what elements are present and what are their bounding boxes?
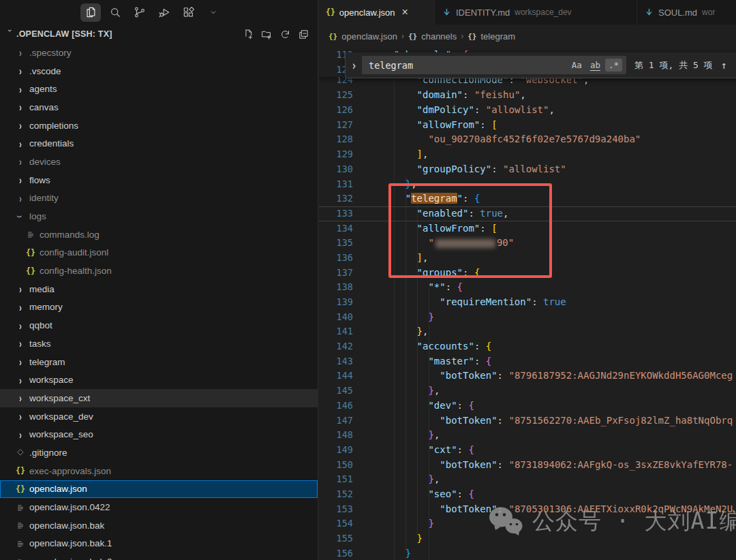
line-content: },: [382, 472, 440, 487]
code-line-156[interactable]: 156 }: [319, 546, 736, 560]
line-number: 137: [319, 266, 353, 281]
explorer-icon[interactable]: [80, 3, 101, 22]
code-line-129[interactable]: 129 ],: [319, 147, 736, 162]
json-file-icon: {}: [326, 7, 335, 17]
search-icon[interactable]: [105, 3, 125, 22]
chevron-right-icon: ›: [15, 82, 26, 96]
sidebar-item-qqbot[interactable]: ›qqbot: [0, 316, 318, 335]
tab-openclaw.json[interactable]: {}openclaw.json×: [319, 0, 435, 25]
code-line-145[interactable]: 145 },: [319, 384, 736, 399]
sidebar-item-flows[interactable]: ›flows: [0, 171, 318, 189]
line-content: }: [382, 516, 434, 531]
run-debug-icon[interactable]: [154, 3, 174, 22]
sidebar-item-tasks[interactable]: ›tasks: [0, 335, 318, 353]
sidebar-item-openclaw-json[interactable]: {}openclaw.json: [0, 480, 318, 499]
regex-toggle[interactable]: .*: [605, 59, 622, 72]
sidebar-item-openclaw-json-0422[interactable]: openclaw.json.0422: [0, 498, 318, 516]
json-file-icon: {}: [15, 484, 26, 494]
sidebar-item-agents[interactable]: ›agents: [0, 80, 318, 98]
sidebar-item-config-audit-jsonl[interactable]: {}config-audit.jsonl: [0, 244, 318, 262]
sidebar-item-completions[interactable]: ›completions: [0, 116, 318, 135]
chevron-down-icon[interactable]: ›: [6, 29, 14, 39]
code-line-143[interactable]: 143 "master": {: [319, 354, 736, 369]
refresh-icon[interactable]: [279, 28, 291, 40]
code-line-148[interactable]: 148 },: [319, 428, 736, 443]
find-results-count: 第 1 项, 共 5 项: [634, 59, 713, 72]
chevron-right-icon: ›: [15, 300, 26, 314]
breadcrumb-item-openclaw.json[interactable]: openclaw.json: [341, 31, 397, 42]
sidebar-item-workspace-seo[interactable]: ›workspace_seo: [0, 425, 318, 444]
sidebar-item-label: openclaw.json: [29, 484, 87, 494]
match-case-toggle[interactable]: Aa: [568, 59, 585, 72]
sidebar-item-logs[interactable]: ›logs: [0, 207, 318, 225]
sidebar-item-label: config-health.json: [40, 266, 112, 276]
sidebar-item--gitignore[interactable]: .gitignore: [0, 444, 318, 462]
source-control-icon[interactable]: [129, 3, 150, 22]
code-line-124[interactable]: 124 "connectionMode": "websocket",: [319, 77, 736, 88]
find-collapse-chevron-icon[interactable]: ›: [351, 57, 362, 73]
markdown-file-icon: [442, 7, 452, 18]
log-file-icon: [15, 503, 26, 512]
partial-line: 124 "connectionMode": "websocket",: [319, 77, 736, 88]
breadcrumb-item-channels[interactable]: channels: [421, 31, 457, 42]
tab-soul.md[interactable]: SOUL.mdwor: [637, 0, 736, 25]
whole-word-toggle[interactable]: ab: [587, 59, 604, 72]
sidebar-item-devices[interactable]: ›devices: [0, 153, 318, 171]
tab-identity.md[interactable]: IDENTITY.mdworkspace_dev: [435, 0, 637, 25]
line-content: "seo": {: [382, 487, 474, 502]
code-line-151[interactable]: 151 },: [319, 472, 736, 487]
sidebar-item-credentials[interactable]: ›credentials: [0, 134, 318, 153]
tab-label: SOUL.md: [658, 7, 697, 18]
code-line-140[interactable]: 140 }: [319, 310, 736, 325]
log-file-icon: [15, 520, 26, 530]
sidebar-item-openclaw-json-bak[interactable]: openclaw.json.bak: [0, 516, 318, 535]
breadcrumb-item-telegram[interactable]: telegram: [480, 31, 515, 42]
sidebar-item-workspace-dev[interactable]: ›workspace_dev: [0, 407, 318, 426]
code-line-130[interactable]: 130 "groupPolicy": "allowlist": [319, 162, 736, 177]
code-line-138[interactable]: 138 "*": {: [319, 280, 736, 295]
line-number: 134: [319, 221, 353, 236]
sidebar-item-workspace-cxt[interactable]: ›workspace_cxt: [0, 389, 318, 407]
sidebar-item-config-health-json[interactable]: {}config-health.json: [0, 262, 318, 280]
code-line-146[interactable]: 146 "dev": {: [319, 399, 736, 414]
code-line-149[interactable]: 149 "cxt": {: [319, 443, 736, 458]
code-editor[interactable]: 119 "channels": {120 "feishu": { 124 "co…: [319, 48, 736, 560]
chevron-right-icon: ›: [15, 46, 26, 60]
code-line-127[interactable]: 127 "allowFrom": [: [319, 118, 736, 133]
code-line-128[interactable]: 128 "ou_90270a8fc452f6f02e7e5767d9a240ba…: [319, 132, 736, 147]
more-chevron-icon[interactable]: [203, 3, 224, 22]
code-line-125[interactable]: 125 "domain": "feishu",: [319, 88, 736, 103]
tab-description: workspace_dev: [515, 7, 571, 17]
sidebar-item-commands-log[interactable]: commands.log: [0, 225, 318, 244]
sidebar-item-openclaw-json-bak-1[interactable]: openclaw.json.bak.1: [0, 535, 318, 553]
sidebar-item--specstory[interactable]: ›.specstory: [0, 44, 318, 62]
breadcrumb[interactable]: {}openclaw.json›{}channels›{}telegram: [319, 25, 736, 48]
sidebar-item-telegram[interactable]: ›telegram: [0, 353, 318, 371]
code-line-142[interactable]: 142 "accounts": {: [319, 339, 736, 354]
new-file-icon[interactable]: [242, 28, 254, 40]
code-line-126[interactable]: 126 "dmPolicy": "allowlist",: [319, 103, 736, 118]
collapse-all-icon[interactable]: [297, 28, 309, 40]
sidebar-item-identity[interactable]: ›identity: [0, 189, 318, 208]
code-line-141[interactable]: 141 },: [319, 324, 736, 339]
new-folder-icon[interactable]: [260, 28, 273, 40]
sidebar-item-exec-approvals-json[interactable]: {}exec-approvals.json: [0, 462, 318, 480]
sidebar-item-media[interactable]: ›media: [0, 280, 318, 298]
line-content: "botToken": "8731894062:AAFgkQ-os_3sxZE8…: [382, 458, 733, 473]
previous-match-arrow-icon[interactable]: ↑: [721, 59, 727, 72]
sidebar-item--vscode[interactable]: ›.vscode: [0, 62, 318, 80]
code-line-147[interactable]: 147 "botToken": "8751562270:AAEb_PxFsoj8…: [319, 414, 736, 429]
chevron-right-icon: ›: [15, 337, 26, 351]
close-icon[interactable]: ×: [402, 7, 408, 18]
sidebar-item-openclaw-json-bak-2[interactable]: openclaw.json.bak.2: [0, 553, 318, 560]
sidebar-item-workspace[interactable]: ›workspace: [0, 371, 318, 389]
find-query[interactable]: telegram: [369, 60, 567, 71]
code-line-144[interactable]: 144 "botToken": "8796187952:AAGJNd29nEYK…: [319, 369, 736, 384]
sidebar-item-memory[interactable]: ›memory: [0, 298, 318, 317]
extensions-icon[interactable]: [179, 3, 199, 22]
code-line-152[interactable]: 152 "seo": {: [319, 487, 736, 502]
find-input[interactable]: telegram Aa ab .*: [362, 56, 626, 74]
code-line-139[interactable]: 139 "requireMention": true: [319, 295, 736, 310]
code-line-150[interactable]: 150 "botToken": "8731894062:AAFgkQ-os_3s…: [319, 458, 736, 473]
sidebar-item-canvas[interactable]: ›canvas: [0, 98, 318, 116]
